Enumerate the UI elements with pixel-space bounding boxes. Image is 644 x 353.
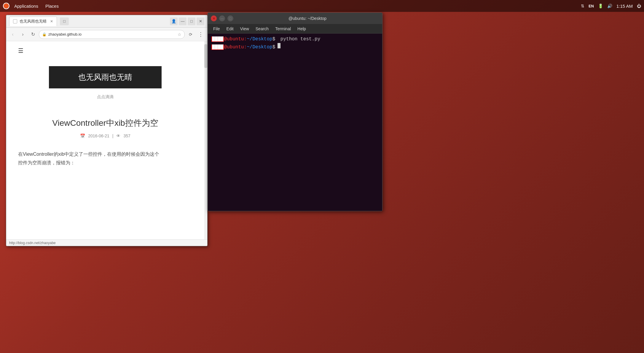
new-tab-button[interactable]: □ xyxy=(60,18,69,25)
post-body: 在ViewController的xib中定义了一些控件，在使用的时候会因为这个 … xyxy=(18,150,192,167)
profile-button[interactable]: 👤 xyxy=(170,18,178,25)
tab-favicon xyxy=(13,19,17,23)
maximize-button[interactable]: □ xyxy=(188,18,195,25)
power-icon[interactable]: ⏻ xyxy=(637,4,641,8)
terminal-menu-edit[interactable]: Edit xyxy=(224,26,237,32)
address-bar[interactable]: 🔒 zhaoyabei.github.io ☆ xyxy=(39,30,185,39)
browser-menu-button[interactable]: ⋮ xyxy=(197,30,205,39)
terminal-title: @ubuntu: ~/Desktop xyxy=(236,16,379,21)
bookmark-icon[interactable]: ☆ xyxy=(178,32,181,37)
terminal-menu-terminal[interactable]: Terminal xyxy=(272,26,294,32)
term-at-2: @ubuntu: xyxy=(224,44,247,50)
volume-icon: 🔊 xyxy=(607,4,612,8)
term-user-1: ████ xyxy=(211,36,224,42)
sort-icon: ⇅ xyxy=(581,4,584,8)
term-dollar-2: $ xyxy=(272,44,275,50)
minimize-button[interactable]: — xyxy=(179,18,186,25)
terminal-maximize-button[interactable]: □ xyxy=(227,15,233,21)
term-command-1: python test.py xyxy=(278,36,320,42)
window-controls: 👤 — □ ✕ xyxy=(170,18,204,25)
terminal-menubar: File Edit View Search Terminal Help xyxy=(208,24,382,34)
post-body-line1: 在ViewController的xib中定义了一些控件，在使用的时候会因为这个 xyxy=(18,150,192,159)
battery-icon: 🔋 xyxy=(598,4,603,8)
tab-close-icon[interactable]: ✕ xyxy=(50,19,53,23)
post-meta: 📅 2016-06-21 | 👁 357 xyxy=(18,133,192,138)
calendar-icon: 📅 xyxy=(80,133,85,138)
terminal-line-2: ████ @ubuntu: ~/Desktop $ xyxy=(211,43,379,50)
scrollbar-thumb[interactable] xyxy=(204,44,207,68)
terminal-menu-help[interactable]: Help xyxy=(294,26,309,32)
taskbar-right: ⇅ EN 🔋 🔊 1:15 AM ⏻ xyxy=(581,4,641,9)
term-dollar-1: $ xyxy=(272,36,275,42)
close-button[interactable]: ✕ xyxy=(197,18,204,25)
term-at-1: @ubuntu: xyxy=(224,36,247,42)
browser-titlebar: 也无风雨也无晴 ✕ □ 👤 — □ ✕ xyxy=(6,15,207,28)
browser-toolbar: ‹ › ↻ 🔒 zhaoyabei.github.io ☆ ⟳ ⋮ xyxy=(6,28,207,41)
taskbar-clock: 1:15 AM xyxy=(616,4,633,9)
address-text[interactable]: zhaoyabei.github.io xyxy=(48,32,176,36)
scrollbar[interactable] xyxy=(204,41,207,239)
terminal-menu-search[interactable]: Search xyxy=(253,26,272,32)
taskbar-places[interactable]: Places xyxy=(43,4,61,9)
taskbar: Applications Places ⇅ EN 🔋 🔊 1:15 AM ⏻ xyxy=(0,0,644,12)
status-text: http://blog.csdn.net/zhaoyabe xyxy=(9,241,56,245)
blog-subtitle: 点点滴滴 xyxy=(18,94,192,100)
terminal-line-1: ████ @ubuntu: ~/Desktop $ python test.py xyxy=(211,36,379,42)
terminal-body[interactable]: ████ @ubuntu: ~/Desktop $ python test.py… xyxy=(208,34,382,211)
terminal-minimize-button[interactable]: — xyxy=(219,15,225,21)
forward-button[interactable]: › xyxy=(19,30,27,39)
taskbar-applications[interactable]: Applications xyxy=(12,4,41,9)
new-tab-icon: □ xyxy=(63,19,66,23)
term-dir-1: ~/Desktop xyxy=(247,36,272,42)
blog-title-box: 也无风雨也无晴 xyxy=(49,66,162,88)
eye-icon: 👁 xyxy=(116,133,120,138)
browser-window: 也无风雨也无晴 ✕ □ 👤 — □ ✕ ‹ › ↻ 🔒 zhaoyabei.gi… xyxy=(6,15,208,246)
post-views: 357 xyxy=(123,133,130,138)
back-button[interactable]: ‹ xyxy=(9,30,17,39)
blog-title: 也无风雨也无晴 xyxy=(78,73,132,82)
post-title: ViewController中xib控件为空 xyxy=(18,117,192,129)
terminal-titlebar: ✕ — □ @ubuntu: ~/Desktop xyxy=(208,13,382,24)
separator: | xyxy=(112,133,114,138)
page-content: ☰ 也无风雨也无晴 点点滴滴 ViewController中xib控件为空 📅 … xyxy=(6,41,204,239)
terminal-window: ✕ — □ @ubuntu: ~/Desktop File Edit View … xyxy=(208,12,382,211)
browser-status-bar: http://blog.csdn.net/zhaoyabe xyxy=(6,239,207,246)
taskbar-left: Applications Places xyxy=(3,3,61,9)
terminal-close-button[interactable]: ✕ xyxy=(211,15,217,21)
hamburger-menu-button[interactable]: ☰ xyxy=(18,47,192,54)
post-body-line2: 控件为空而崩溃，报错为： xyxy=(18,159,192,167)
x-button[interactable]: ⟳ xyxy=(186,30,195,39)
security-icon: 🔒 xyxy=(42,32,47,36)
keyboard-lang: EN xyxy=(589,4,594,8)
ubuntu-logo-icon[interactable] xyxy=(3,3,9,9)
browser-content: ☰ 也无风雨也无晴 点点滴滴 ViewController中xib控件为空 📅 … xyxy=(6,41,207,239)
browser-tab-title: 也无风雨也无晴 xyxy=(20,19,47,24)
terminal-menu-view[interactable]: View xyxy=(237,26,252,32)
term-user-2: ████ xyxy=(211,44,224,50)
browser-tab[interactable]: 也无风雨也无晴 ✕ xyxy=(9,17,57,26)
terminal-menu-file[interactable]: File xyxy=(210,26,223,32)
terminal-cursor xyxy=(278,43,280,48)
post-date: 2016-06-21 xyxy=(88,133,109,138)
reload-button[interactable]: ↻ xyxy=(29,30,37,39)
term-dir-2: ~/Desktop xyxy=(247,44,272,50)
